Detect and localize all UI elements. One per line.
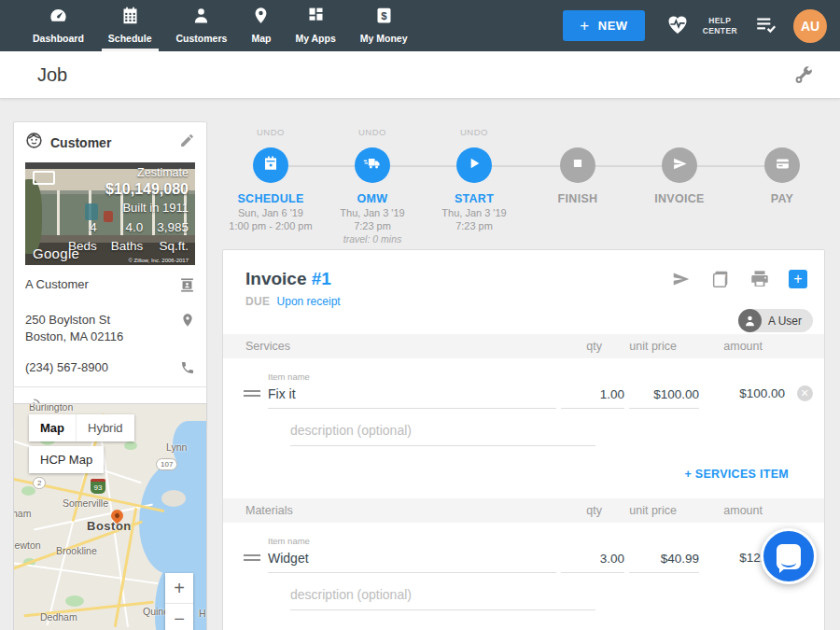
location-pin-icon[interactable]	[180, 312, 195, 331]
unit-price-column-header: unit price	[607, 504, 677, 517]
finish-step-button[interactable]	[560, 147, 595, 183]
job-settings-wrench-icon[interactable]	[791, 64, 814, 91]
playlist-check-icon[interactable]	[754, 12, 778, 40]
streetview-frame-icon	[33, 171, 55, 185]
route-107-badge: 107	[156, 458, 177, 470]
drag-handle-icon[interactable]	[244, 552, 260, 564]
service-description-input[interactable]	[290, 423, 595, 446]
assignee-name: A User	[768, 315, 802, 328]
timeline-step-omw: UNDO OMW Thu, Jan 3 '19 7:23 pm travel: …	[321, 127, 424, 245]
schedule-calendar-icon	[120, 6, 140, 33]
app-window: Dashboard Schedule Customers Map My Apps…	[0, 0, 840, 630]
timeline-step-finish: FINISH	[526, 127, 629, 205]
materials-title: Materials	[245, 504, 539, 517]
plus-icon: +	[580, 17, 589, 35]
start-step-button[interactable]	[456, 147, 492, 183]
phone-icon[interactable]	[180, 359, 195, 379]
map-pin-icon	[251, 6, 271, 33]
svg-text:PDF: PDF	[717, 273, 726, 279]
heart-pulse-icon	[665, 12, 690, 40]
contact-card-icon[interactable]	[179, 276, 195, 297]
add-material-row: + MATERIALS ITEM	[223, 610, 824, 630]
material-name-input[interactable]	[268, 551, 556, 573]
service-amount: $100.00	[707, 386, 785, 409]
customers-person-icon	[191, 6, 211, 33]
built-year: Built in 1911	[68, 201, 189, 215]
amount-column-header: amount	[684, 340, 763, 353]
nav-label: Dashboard	[33, 33, 84, 44]
truck-icon	[363, 154, 382, 176]
hcp-map-button[interactable]: HCP Map	[29, 446, 104, 473]
undo-button[interactable]: UNDO	[423, 127, 525, 140]
assignee-avatar-icon	[738, 309, 762, 332]
timeline-step-start: UNDO START Thu, Jan 3 '19 7:23 pm	[423, 127, 525, 231]
nav-label: Schedule	[108, 33, 152, 44]
material-qty-input[interactable]	[561, 552, 624, 573]
interstate-93-shield: 93	[91, 479, 105, 494]
add-invoice-button[interactable]: +	[789, 270, 807, 288]
services-title: Services	[245, 340, 539, 353]
due-terms-link[interactable]: Upon receipt	[277, 295, 341, 308]
invoice-number[interactable]: #1	[312, 269, 331, 288]
unit-price-column-header: unit price	[607, 340, 677, 353]
customer-card-header: Customer	[14, 122, 206, 162]
chat-launcher-button[interactable]	[761, 528, 817, 584]
assignee-chip[interactable]: A User	[738, 309, 813, 332]
material-description-input[interactable]	[290, 587, 595, 610]
amount-column-header: amount	[684, 504, 763, 517]
material-unit-price-input[interactable]	[629, 552, 699, 573]
invoice-step-button[interactable]	[662, 147, 697, 183]
service-unit-price-input[interactable]	[629, 387, 699, 409]
undo-button[interactable]: UNDO	[219, 127, 322, 140]
property-photo[interactable]: Zestimate $10,149,080 Built in 1911 4Bed…	[25, 162, 195, 265]
money-dollar-icon: $	[374, 6, 394, 33]
send-invoice-icon[interactable]	[671, 269, 692, 289]
edit-pencil-icon[interactable]	[179, 133, 195, 152]
map-widget[interactable]: Burlington Lynn 107 2 93 Somerville ham …	[13, 403, 207, 630]
nav-item-schedule[interactable]: Schedule	[96, 0, 164, 51]
invoice-actions: PDF +	[671, 269, 807, 289]
print-icon[interactable]	[749, 269, 770, 289]
map-label-somerville: Somerville	[63, 497, 108, 509]
remove-item-icon[interactable]: ✕	[797, 385, 813, 401]
add-services-item-link[interactable]: + SERVICES ITEM	[684, 468, 789, 481]
new-button[interactable]: + NEW	[563, 10, 644, 41]
customer-card: Customer Zestimate $10,149,080 Built in …	[13, 121, 207, 428]
help-center-label: HELPCENTER	[703, 16, 737, 35]
service-qty-input[interactable]	[561, 387, 624, 409]
nav-item-my-apps[interactable]: My Apps	[283, 0, 347, 51]
nav-item-my-money[interactable]: $ My Money	[348, 0, 420, 51]
apps-grid-icon	[306, 6, 326, 33]
map-label-dedham: Dedham	[40, 611, 77, 623]
pdf-icon[interactable]: PDF	[710, 269, 731, 289]
omw-step-button[interactable]	[355, 147, 390, 183]
map-type-map-button[interactable]: Map	[29, 414, 76, 441]
customer-name-row: A Customer	[14, 265, 206, 304]
item-name-label: Item name	[268, 371, 556, 382]
nav-label: My Money	[360, 33, 408, 44]
zoom-in-button[interactable]: +	[165, 573, 193, 603]
undo-button[interactable]: UNDO	[321, 127, 424, 140]
property-stats: 4Beds 4.0Baths 3,985Sq.ft.	[68, 218, 189, 255]
customer-phone-row: (234) 567-8900	[14, 352, 206, 386]
zestimate-overlay: Zestimate $10,149,080 Built in 1911 4Bed…	[68, 166, 189, 263]
nav-item-dashboard[interactable]: Dashboard	[21, 0, 96, 51]
new-button-label: NEW	[598, 19, 628, 33]
pay-step-button[interactable]	[764, 147, 800, 183]
svg-text:$: $	[381, 10, 387, 21]
help-center[interactable]: HELPCENTER	[665, 12, 737, 40]
nav-label: My Apps	[295, 33, 335, 44]
nav-item-map[interactable]: Map	[239, 0, 283, 51]
service-name-input[interactable]	[268, 386, 556, 409]
timeline-step-schedule: UNDO SCHEDULE Sun, Jan 6 '19 1:00 pm - 2…	[219, 127, 322, 231]
nav-item-customers[interactable]: Customers	[164, 0, 240, 51]
user-avatar[interactable]: AU	[793, 9, 827, 43]
customer-name: A Customer	[25, 276, 89, 293]
service-line-item: Item name $100.00 ✕	[223, 358, 824, 446]
map-type-hybrid-button[interactable]: Hybrid	[76, 414, 134, 441]
zillow-copyright: © Zillow, Inc. 2006-2017	[68, 258, 189, 263]
drag-handle-icon[interactable]	[244, 387, 260, 399]
schedule-step-button[interactable]	[253, 147, 288, 183]
zoom-out-button[interactable]: −	[165, 603, 193, 630]
map-label-brookline: Brookline	[56, 545, 97, 556]
